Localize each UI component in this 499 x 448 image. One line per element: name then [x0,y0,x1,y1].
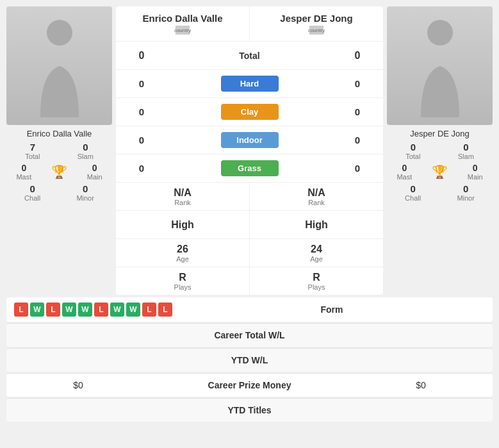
center-panel: Enrico Dalla Valle country Jesper DE Jon… [116,6,383,295]
ytd-titles-row: YTD Titles [6,398,493,422]
right-chall-val: 0 [405,183,421,194]
form-badge-9: L [158,303,172,317]
age-row: 26 Age 24 Age [116,238,383,267]
indoor-center: Indoor [167,129,332,151]
form-badge-0: L [14,303,28,317]
right-age-val: 24 [311,244,322,255]
right-main-val: 0 [468,163,483,173]
right-mast-lbl: Mast [397,173,412,181]
form-badges: L W L W W L W W L L [14,303,172,317]
grass-right-score: 0 [332,160,383,176]
grass-center: Grass [167,158,332,179]
total-row: 0 Total 0 [116,41,383,69]
left-slam-lbl: Slam [78,153,94,160]
form-badge-3: W [62,303,76,317]
left-age-val: 26 [177,244,188,255]
hard-center: Hard [167,73,332,94]
left-mast-lbl: Mast [16,173,31,181]
right-player-col: Jesper DE Jong 0 Total 0 Slam 0 Mast [387,6,493,204]
left-main-lbl: Main [87,173,102,181]
left-rank-val: N/A [174,187,192,199]
left-minor-val: 0 [76,183,94,194]
right-minor-lbl: Minor [457,194,475,202]
right-chall-lbl: Chall [405,194,421,202]
left-mast-val: 0 [16,163,31,173]
clay-pill: Clay [221,104,279,120]
right-rank-lbl: Rank [308,199,325,206]
left-rank-lbl: Rank [174,199,191,206]
left-chall-lbl: Chall [24,194,40,202]
form-label: Form [179,304,485,315]
grass-left-score: 0 [116,160,167,176]
hard-row: 0 Hard 0 [116,69,383,97]
left-main-val: 0 [87,163,102,173]
right-player-bottom-stats: Jesper DE Jong 0 Total 0 Slam 0 Mast [387,129,493,204]
form-badge-5: L [94,303,108,317]
form-badge-1: W [30,303,44,317]
career-total-wl-label: Career Total W/L [214,330,284,340]
form-badge-7: W [126,303,140,317]
plays-row: R Plays R Plays [116,267,383,295]
left-minor-lbl: Minor [76,194,94,202]
total-right-score: 0 [332,50,383,62]
svg-point-1 [427,20,453,46]
svg-point-0 [47,20,72,46]
prize-left: $0 [14,380,142,390]
right-flag-text: country [308,28,325,33]
left-rank-block: N/A Rank [116,183,250,210]
form-badge-4: W [78,303,92,317]
form-badge-6: W [110,303,124,317]
hard-right-score: 0 [332,76,383,92]
left-plays-block: R Plays [116,267,250,295]
rank-row: N/A Rank N/A Rank [116,182,383,210]
right-header-name: Jesper DE Jong [255,13,378,24]
left-age-block: 26 Age [116,239,250,267]
left-player-col: Enrico Dalla Valle 7 Total 0 Slam 0 Mast [6,6,112,204]
right-minor-val: 0 [457,183,475,194]
right-slam-lbl: Slam [458,153,474,160]
high-row: High High [116,210,383,238]
hard-left-score: 0 [116,76,167,92]
right-rank-val: N/A [307,187,325,199]
indoor-row: 0 Indoor 0 [116,126,383,154]
layout-wrapper: Enrico Dalla Valle 7 Total 0 Slam 0 Mast [0,0,499,297]
prize-right: $0 [357,380,485,390]
left-flag: country [176,26,190,35]
left-country-row: country [121,26,244,35]
career-total-wl-row: Career Total W/L [6,323,493,347]
left-total-val: 7 [25,142,40,153]
grass-pill: Grass [221,160,279,176]
clay-center: Clay [167,101,332,122]
bottom-sections: L W L W W L W W L L Form Career Total W/… [0,297,499,428]
right-main-lbl: Main [468,173,483,181]
right-player-photo [387,6,493,125]
ytd-titles-label: YTD Titles [227,405,271,415]
right-total-lbl: Total [405,153,420,160]
main-container: Enrico Dalla Valle 7 Total 0 Slam 0 Mast [0,0,499,428]
right-player-name: Jesper DE Jong [387,129,493,138]
indoor-left-score: 0 [116,132,167,148]
right-mast-val: 0 [397,163,412,173]
left-plays-lbl: Plays [174,283,192,291]
clay-row: 0 Clay 0 [116,97,383,126]
total-left-score: 0 [116,50,167,62]
clay-right-score: 0 [332,104,383,120]
ytd-wl-row: YTD W/L [6,348,493,372]
right-trophy-icon: 🏆 [432,165,448,178]
left-chall-val: 0 [24,183,40,194]
prize-row: $0 Career Prize Money $0 [6,373,493,397]
left-total-lbl: Total [25,153,40,160]
left-high-val: High [171,219,194,231]
right-age-block: 24 Age [250,239,383,267]
left-header-name: Enrico Dalla Valle [121,13,244,24]
grass-row: 0 Grass 0 [116,154,383,182]
left-player-photo [6,6,112,125]
right-country-row: country [255,26,378,35]
right-rank-block: N/A Rank [250,183,383,210]
indoor-pill: Indoor [221,132,279,148]
right-plays-block: R Plays [250,267,383,295]
prize-label: Career Prize Money [142,380,357,390]
clay-left-score: 0 [116,104,167,120]
right-high-block: High [250,211,383,238]
right-age-lbl: Age [310,255,323,263]
